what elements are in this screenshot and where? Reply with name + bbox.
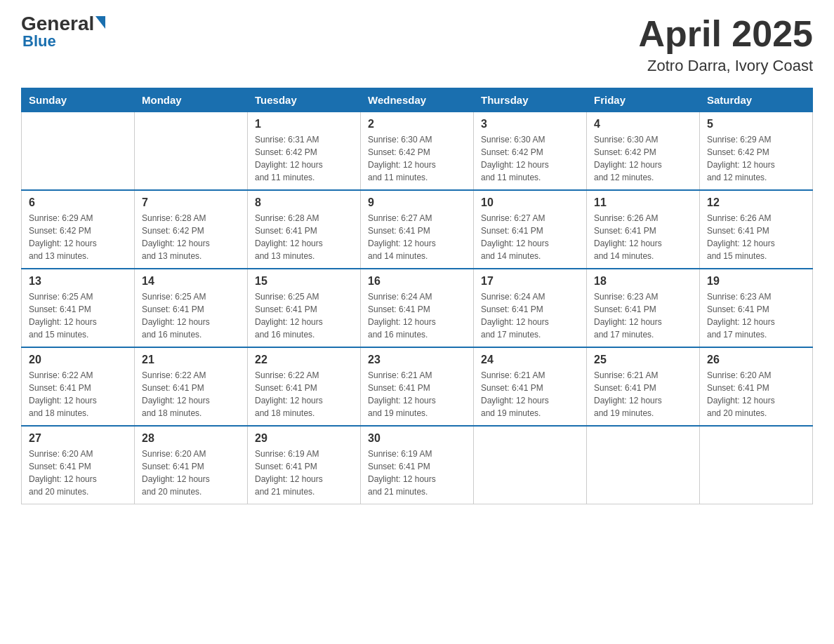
day-info: Sunrise: 6:25 AM Sunset: 6:41 PM Dayligh… [255, 290, 353, 341]
calendar-cell: 11Sunrise: 6:26 AM Sunset: 6:41 PM Dayli… [587, 190, 700, 269]
calendar-cell: 5Sunrise: 6:29 AM Sunset: 6:42 PM Daylig… [700, 112, 813, 191]
day-number: 5 [707, 118, 805, 130]
day-info: Sunrise: 6:21 AM Sunset: 6:41 PM Dayligh… [594, 369, 692, 420]
day-number: 14 [142, 275, 240, 288]
day-info: Sunrise: 6:27 AM Sunset: 6:41 PM Dayligh… [368, 212, 466, 262]
day-number: 4 [594, 118, 692, 130]
day-number: 19 [707, 275, 805, 288]
calendar-cell: 8Sunrise: 6:28 AM Sunset: 6:41 PM Daylig… [248, 190, 361, 269]
calendar-cell: 18Sunrise: 6:23 AM Sunset: 6:41 PM Dayli… [587, 269, 700, 347]
title-block: April 2025 Zotro Darra, Ivory Coast [638, 14, 813, 75]
day-number: 13 [29, 275, 127, 288]
day-number: 9 [368, 196, 466, 209]
day-info: Sunrise: 6:28 AM Sunset: 6:41 PM Dayligh… [255, 212, 353, 262]
calendar-cell [587, 426, 700, 504]
day-info: Sunrise: 6:23 AM Sunset: 6:41 PM Dayligh… [594, 290, 692, 341]
calendar-header-row: Sunday Monday Tuesday Wednesday Thursday… [22, 88, 813, 112]
day-number: 6 [29, 196, 127, 209]
day-number: 2 [368, 118, 466, 130]
day-number: 27 [29, 432, 127, 445]
day-info: Sunrise: 6:28 AM Sunset: 6:42 PM Dayligh… [142, 212, 240, 262]
calendar-cell: 6Sunrise: 6:29 AM Sunset: 6:42 PM Daylig… [22, 190, 135, 269]
calendar-cell: 2Sunrise: 6:30 AM Sunset: 6:42 PM Daylig… [361, 112, 474, 191]
calendar-cell: 16Sunrise: 6:24 AM Sunset: 6:41 PM Dayli… [361, 269, 474, 347]
day-number: 15 [255, 275, 353, 288]
calendar-cell [135, 112, 248, 191]
day-number: 25 [594, 354, 692, 366]
day-number: 18 [594, 275, 692, 288]
day-info: Sunrise: 6:19 AM Sunset: 6:41 PM Dayligh… [368, 448, 466, 498]
calendar-cell: 20Sunrise: 6:22 AM Sunset: 6:41 PM Dayli… [22, 347, 135, 426]
header-wednesday: Wednesday [361, 88, 474, 112]
header-friday: Friday [587, 88, 700, 112]
day-info: Sunrise: 6:25 AM Sunset: 6:41 PM Dayligh… [29, 290, 127, 341]
day-number: 11 [594, 196, 692, 209]
day-number: 29 [255, 432, 353, 445]
day-info: Sunrise: 6:21 AM Sunset: 6:41 PM Dayligh… [481, 369, 579, 420]
calendar-cell [700, 426, 813, 504]
day-info: Sunrise: 6:30 AM Sunset: 6:42 PM Dayligh… [594, 133, 692, 184]
day-number: 7 [142, 196, 240, 209]
day-info: Sunrise: 6:23 AM Sunset: 6:41 PM Dayligh… [707, 290, 805, 341]
day-info: Sunrise: 6:25 AM Sunset: 6:41 PM Dayligh… [142, 290, 240, 341]
calendar-cell: 17Sunrise: 6:24 AM Sunset: 6:41 PM Dayli… [474, 269, 587, 347]
day-number: 16 [368, 275, 466, 288]
calendar-cell: 7Sunrise: 6:28 AM Sunset: 6:42 PM Daylig… [135, 190, 248, 269]
calendar-location: Zotro Darra, Ivory Coast [638, 57, 813, 75]
day-info: Sunrise: 6:31 AM Sunset: 6:42 PM Dayligh… [255, 133, 353, 184]
day-number: 22 [255, 354, 353, 366]
logo-blue: Blue [22, 32, 56, 51]
day-number: 28 [142, 432, 240, 445]
calendar-cell [22, 112, 135, 191]
day-number: 17 [481, 275, 579, 288]
header-tuesday: Tuesday [248, 88, 361, 112]
day-info: Sunrise: 6:24 AM Sunset: 6:41 PM Dayligh… [481, 290, 579, 341]
header-sunday: Sunday [22, 88, 135, 112]
calendar-cell: 29Sunrise: 6:19 AM Sunset: 6:41 PM Dayli… [248, 426, 361, 504]
calendar-title: April 2025 [638, 14, 813, 54]
logo-triangle-icon [95, 16, 105, 29]
day-info: Sunrise: 6:19 AM Sunset: 6:41 PM Dayligh… [255, 448, 353, 498]
calendar-cell: 27Sunrise: 6:20 AM Sunset: 6:41 PM Dayli… [22, 426, 135, 504]
calendar-cell: 21Sunrise: 6:22 AM Sunset: 6:41 PM Dayli… [135, 347, 248, 426]
day-number: 3 [481, 118, 579, 130]
day-info: Sunrise: 6:26 AM Sunset: 6:41 PM Dayligh… [594, 212, 692, 262]
day-number: 23 [368, 354, 466, 366]
calendar-cell: 22Sunrise: 6:22 AM Sunset: 6:41 PM Dayli… [248, 347, 361, 426]
day-info: Sunrise: 6:26 AM Sunset: 6:41 PM Dayligh… [707, 212, 805, 262]
calendar-week-row: 6Sunrise: 6:29 AM Sunset: 6:42 PM Daylig… [22, 190, 813, 269]
calendar-cell: 14Sunrise: 6:25 AM Sunset: 6:41 PM Dayli… [135, 269, 248, 347]
calendar-cell: 26Sunrise: 6:20 AM Sunset: 6:41 PM Dayli… [700, 347, 813, 426]
day-number: 26 [707, 354, 805, 366]
day-info: Sunrise: 6:24 AM Sunset: 6:41 PM Dayligh… [368, 290, 466, 341]
day-info: Sunrise: 6:22 AM Sunset: 6:41 PM Dayligh… [142, 369, 240, 420]
logo: General Blue [21, 14, 107, 51]
calendar-cell: 28Sunrise: 6:20 AM Sunset: 6:41 PM Dayli… [135, 426, 248, 504]
calendar-table: Sunday Monday Tuesday Wednesday Thursday… [21, 88, 813, 504]
day-number: 12 [707, 196, 805, 209]
day-info: Sunrise: 6:20 AM Sunset: 6:41 PM Dayligh… [29, 448, 127, 498]
day-info: Sunrise: 6:22 AM Sunset: 6:41 PM Dayligh… [255, 369, 353, 420]
calendar-cell [474, 426, 587, 504]
calendar-cell: 30Sunrise: 6:19 AM Sunset: 6:41 PM Dayli… [361, 426, 474, 504]
calendar-cell: 19Sunrise: 6:23 AM Sunset: 6:41 PM Dayli… [700, 269, 813, 347]
day-info: Sunrise: 6:29 AM Sunset: 6:42 PM Dayligh… [707, 133, 805, 184]
header-saturday: Saturday [700, 88, 813, 112]
calendar-cell: 10Sunrise: 6:27 AM Sunset: 6:41 PM Dayli… [474, 190, 587, 269]
header-monday: Monday [135, 88, 248, 112]
calendar-cell: 15Sunrise: 6:25 AM Sunset: 6:41 PM Dayli… [248, 269, 361, 347]
calendar-cell: 4Sunrise: 6:30 AM Sunset: 6:42 PM Daylig… [587, 112, 700, 191]
logo-general: General [21, 14, 94, 34]
calendar-week-row: 20Sunrise: 6:22 AM Sunset: 6:41 PM Dayli… [22, 347, 813, 426]
calendar-cell: 3Sunrise: 6:30 AM Sunset: 6:42 PM Daylig… [474, 112, 587, 191]
calendar-cell: 1Sunrise: 6:31 AM Sunset: 6:42 PM Daylig… [248, 112, 361, 191]
calendar-week-row: 13Sunrise: 6:25 AM Sunset: 6:41 PM Dayli… [22, 269, 813, 347]
day-info: Sunrise: 6:22 AM Sunset: 6:41 PM Dayligh… [29, 369, 127, 420]
day-number: 8 [255, 196, 353, 209]
calendar-week-row: 27Sunrise: 6:20 AM Sunset: 6:41 PM Dayli… [22, 426, 813, 504]
day-info: Sunrise: 6:20 AM Sunset: 6:41 PM Dayligh… [707, 369, 805, 420]
calendar-cell: 24Sunrise: 6:21 AM Sunset: 6:41 PM Dayli… [474, 347, 587, 426]
day-number: 1 [255, 118, 353, 130]
calendar-cell: 9Sunrise: 6:27 AM Sunset: 6:41 PM Daylig… [361, 190, 474, 269]
day-number: 21 [142, 354, 240, 366]
